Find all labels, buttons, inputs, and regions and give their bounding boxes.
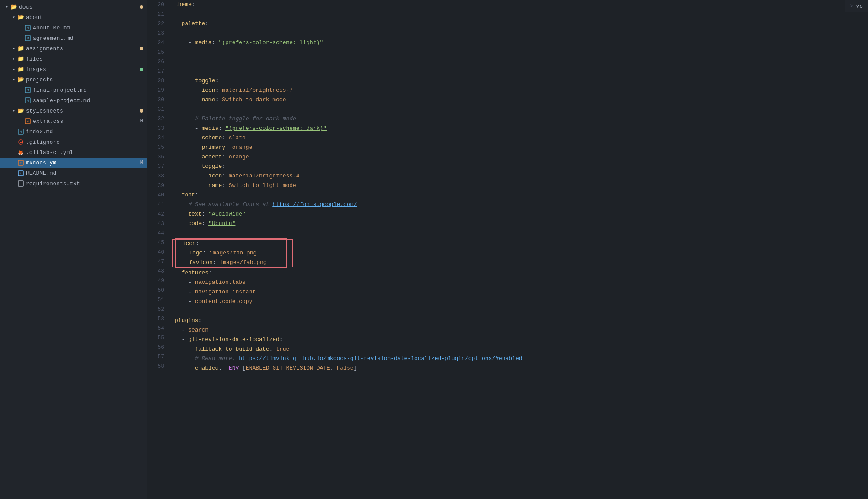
file-icon: Y <box>17 159 24 166</box>
code-line <box>175 10 861 19</box>
status-badge <box>140 68 143 71</box>
svg-text:Y: Y <box>20 161 22 164</box>
folder-arrow <box>10 66 17 73</box>
svg-text:M: M <box>27 89 29 92</box>
line-number: 52 <box>151 305 164 314</box>
sidebar-item-extra.css[interactable]: #extra.cssM <box>0 116 147 126</box>
svg-rect-18 <box>18 181 23 186</box>
sidebar-item-AboutMe.md[interactable]: MAbout Me.md <box>0 23 147 33</box>
line-number: 36 <box>151 152 164 162</box>
sidebar-item-label: stylesheets <box>26 108 137 114</box>
line-number: 58 <box>151 362 164 371</box>
svg-text:#: # <box>27 120 29 123</box>
line-number: 43 <box>151 219 164 229</box>
svg-text:M: M <box>20 130 22 134</box>
code-line: icon: material/brightness-7 <box>175 86 861 95</box>
file-icon: 📂 <box>17 107 24 114</box>
line-number: 26 <box>151 57 164 67</box>
sidebar-item-README.md[interactable]: iREADME.md <box>0 168 147 178</box>
sidebar-item-index.md[interactable]: Mindex.md <box>0 126 147 137</box>
file-icon: i <box>17 170 24 177</box>
code-line: # Read more: https://timvink.github.io/m… <box>175 354 861 364</box>
line-number: 49 <box>151 276 164 286</box>
sidebar-item-stylesheets[interactable]: 📂stylesheets <box>0 106 147 116</box>
file-icon: 📁 <box>17 45 24 52</box>
line-number: 27 <box>151 67 164 76</box>
folder-arrow <box>17 87 24 93</box>
sidebar-item-label: .gitignore <box>26 139 143 145</box>
file-icon: 📂 <box>17 76 24 83</box>
sidebar-item-projects[interactable]: 📂projects <box>0 74 147 85</box>
line-number: 29 <box>151 86 164 95</box>
breadcrumb: > vo <box>845 0 868 12</box>
line-number: 41 <box>151 200 164 209</box>
sidebar-item-label: final-project.md <box>33 87 143 93</box>
sidebar-item-.gitlab-ci.yml[interactable]: 🦊.gitlab-ci.yml <box>0 147 147 158</box>
sidebar-item-label: sample-project.md <box>33 97 143 104</box>
code-line <box>175 29 861 38</box>
sidebar-item-label: About Me.md <box>33 25 143 31</box>
sidebar-item-assignments[interactable]: 📁assignments <box>0 43 147 54</box>
sidebar-item-label: about <box>26 14 143 21</box>
code-line: icon: material/brightness-4 <box>175 171 861 181</box>
file-icon: M <box>24 35 31 42</box>
folder-arrow <box>10 14 17 21</box>
file-icon: M <box>24 97 31 104</box>
file-explorer: 📂docs📂aboutMAbout Me.mdMagreement.md📁ass… <box>0 0 147 499</box>
sidebar-item-requirements.txt[interactable]: requirements.txt <box>0 178 147 189</box>
code-line: - content.code.copy <box>175 297 861 306</box>
file-icon <box>17 180 24 187</box>
status-badge <box>140 109 143 113</box>
line-numbers: 2021222324252627282930313233343536373839… <box>147 0 168 373</box>
sidebar-item-label: images <box>26 66 137 73</box>
sidebar-item-label: README.md <box>26 170 143 177</box>
code-line: primary: orange <box>175 143 861 152</box>
code-line: name: Switch to dark mode <box>175 95 861 105</box>
code-line: # See available fonts at https://fonts.g… <box>175 200 861 209</box>
code-line: # Palette toggle for dark mode <box>175 114 861 124</box>
folder-arrow <box>10 128 17 135</box>
code-line: accent: orange <box>175 152 861 162</box>
sidebar-item-docs[interactable]: 📂docs <box>0 2 147 12</box>
file-icon: 📂 <box>10 3 17 10</box>
code-line <box>175 105 861 114</box>
line-number: 20 <box>151 0 164 10</box>
sidebar-item-final-project.md[interactable]: Mfinal-project.md <box>0 85 147 95</box>
line-number: 32 <box>151 114 164 124</box>
sidebar-item-agreement.md[interactable]: Magreement.md <box>0 33 147 43</box>
file-icon: M <box>24 87 31 93</box>
code-line: font: <box>175 190 861 200</box>
folder-arrow <box>10 180 17 187</box>
line-number: 39 <box>151 181 164 190</box>
folder-arrow <box>17 24 24 31</box>
sidebar-item-.gitignore[interactable]: ◆.gitignore <box>0 137 147 147</box>
sidebar-item-sample-project.md[interactable]: Msample-project.md <box>0 95 147 106</box>
folder-arrow <box>17 35 24 42</box>
line-number: 40 <box>151 190 164 200</box>
folder-arrow <box>10 170 17 177</box>
sidebar-item-mkdocs.yml[interactable]: Ymkdocs.ymlM <box>0 158 147 168</box>
highlight-region: icon: logo: images/fab.png favicon: imag… <box>175 238 287 268</box>
modified-badge: M <box>140 118 143 124</box>
line-number: 48 <box>151 267 164 276</box>
folder-arrow <box>10 45 17 52</box>
sidebar-item-images[interactable]: 📁images <box>0 64 147 74</box>
breadcrumb-current: vo <box>856 3 863 10</box>
line-number: 50 <box>151 286 164 295</box>
line-number: 30 <box>151 95 164 105</box>
sidebar-item-about[interactable]: 📂about <box>0 12 147 23</box>
code-line: scheme: slate <box>175 133 861 143</box>
code-line: theme: <box>175 0 861 10</box>
line-number: 56 <box>151 343 164 352</box>
line-number: 44 <box>151 229 164 238</box>
code-line: - media: "(prefers-color-scheme: dark)" <box>175 124 861 133</box>
folder-arrow <box>10 159 17 166</box>
line-number: 38 <box>151 171 164 181</box>
sidebar-item-label: agreement.md <box>33 35 143 42</box>
code-line: - git-revision-date-localized: <box>175 335 861 344</box>
sidebar-item-files[interactable]: 📁files <box>0 54 147 64</box>
line-number: 35 <box>151 143 164 152</box>
file-icon: 📁 <box>17 55 24 62</box>
sidebar-item-label: requirements.txt <box>26 180 143 187</box>
folder-arrow <box>3 3 10 10</box>
